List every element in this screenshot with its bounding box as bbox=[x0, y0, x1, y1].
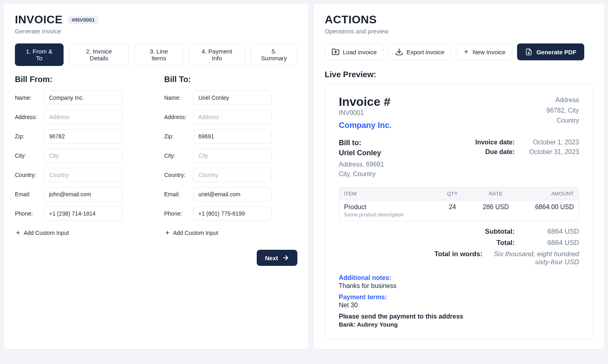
total-words-label: Total in words: bbox=[434, 250, 482, 266]
preview-billto-addr1: Address, 69691 bbox=[339, 160, 384, 169]
col-item-header: ITEM bbox=[344, 191, 431, 197]
from-email-input[interactable] bbox=[44, 187, 122, 202]
preview-items-table: ITEM QTY RATE AMOUNT Product Some produc… bbox=[339, 187, 579, 221]
arrow-right-icon bbox=[282, 254, 289, 261]
load-invoice-label: Load invoice bbox=[343, 49, 377, 56]
preview-invoice-date-label: Invoice date: bbox=[475, 139, 515, 146]
from-city-label: City: bbox=[15, 152, 40, 159]
preview-from-line1: Address bbox=[546, 95, 579, 105]
preview-from-line3: Country bbox=[546, 115, 579, 126]
tab-summary[interactable]: 5. Summary bbox=[251, 43, 297, 66]
to-email-input[interactable] bbox=[193, 187, 272, 202]
to-zip-label: Zip: bbox=[164, 133, 189, 140]
invoice-panel: INVOICE #INV0001 Generate Invoice 1. Fro… bbox=[3, 3, 309, 350]
from-add-custom-label: Add Custom Input bbox=[24, 230, 69, 236]
new-invoice-label: New Invoice bbox=[472, 49, 505, 56]
tab-line-items[interactable]: 3. Line Items bbox=[134, 43, 183, 66]
col-qty-header: QTY bbox=[431, 191, 474, 197]
export-invoice-button[interactable]: Export invoice bbox=[388, 43, 451, 60]
terms-heading: Payment terms: bbox=[339, 294, 579, 301]
preview-invoice-number: INV0001 bbox=[339, 109, 392, 117]
preview-billto-name: Uriel Conley bbox=[339, 149, 384, 157]
to-country-label: Country: bbox=[164, 172, 189, 178]
item-rate: 286 USD bbox=[474, 204, 517, 211]
to-city-label: City: bbox=[164, 152, 189, 159]
tab-from-to[interactable]: 1. From & To bbox=[15, 43, 64, 66]
item-name: Product bbox=[344, 204, 431, 211]
new-invoice-button[interactable]: + New Invoice bbox=[456, 43, 512, 60]
tab-invoice-details[interactable]: 2. Invoice Details bbox=[69, 43, 129, 66]
to-name-input[interactable] bbox=[193, 90, 272, 105]
from-country-input[interactable] bbox=[44, 168, 122, 182]
total-label: Total: bbox=[497, 239, 515, 247]
col-amount-header: AMOUNT bbox=[517, 191, 574, 197]
invoice-badge: #INV0001 bbox=[68, 16, 99, 24]
from-zip-label: Zip: bbox=[15, 133, 40, 140]
live-preview-heading: Live Preview: bbox=[325, 70, 593, 79]
from-name-input[interactable] bbox=[44, 90, 122, 105]
actions-title: ACTIONS bbox=[325, 13, 593, 26]
subtotal-label: Subtotal: bbox=[485, 228, 515, 236]
invoice-title: INVOICE bbox=[15, 13, 63, 26]
from-add-custom-button[interactable]: + Add Custom Input bbox=[15, 228, 69, 238]
col-rate-header: RATE bbox=[474, 191, 517, 197]
item-amount: 6864.00 USD bbox=[517, 204, 574, 211]
bill-to-heading: Bill To: bbox=[164, 75, 297, 84]
plus-icon: + bbox=[15, 230, 21, 236]
from-address-input[interactable] bbox=[44, 110, 122, 124]
bill-from-section: Bill From: Name: Address: Zip: City: bbox=[15, 75, 148, 238]
next-button[interactable]: Next bbox=[257, 250, 297, 266]
upload-folder-icon bbox=[332, 48, 340, 56]
payment-addr-heading: Please send the payment to this address bbox=[339, 313, 579, 320]
to-add-custom-button[interactable]: + Add Custom Input bbox=[164, 228, 218, 238]
preview-due-date-label: Due date: bbox=[485, 148, 515, 156]
total-words-value: Six thousand, eight hundred sixty-four U… bbox=[491, 250, 579, 266]
preview-billto-addr2: City, Country bbox=[339, 169, 384, 179]
download-icon bbox=[395, 48, 403, 56]
actions-subtitle: Operations and preview bbox=[325, 28, 593, 35]
from-phone-label: Phone: bbox=[15, 210, 40, 217]
from-zip-input[interactable] bbox=[44, 129, 122, 144]
step-tabs: 1. From & To 2. Invoice Details 3. Line … bbox=[15, 43, 297, 66]
preview-invoice-date: October 1, 2023 bbox=[523, 139, 579, 146]
to-phone-input[interactable] bbox=[193, 206, 272, 221]
preview-from-line2: 96782, City bbox=[546, 105, 579, 116]
from-phone-input[interactable] bbox=[44, 206, 122, 221]
preview-due-date: October 31, 2023 bbox=[523, 148, 579, 156]
preview-invoice-title: Invoice # bbox=[339, 95, 392, 109]
next-button-label: Next bbox=[265, 255, 278, 261]
invoice-subtitle: Generate Invoice bbox=[15, 28, 297, 35]
item-qty: 24 bbox=[431, 204, 474, 211]
preview-from-address: Address 96782, City Country bbox=[546, 95, 579, 126]
generate-pdf-button[interactable]: Generate PDF bbox=[517, 43, 584, 60]
notes-text: Thanks for business bbox=[339, 282, 579, 290]
from-country-label: Country: bbox=[15, 172, 40, 178]
export-invoice-label: Export invoice bbox=[406, 49, 444, 56]
total-value: 6864 USD bbox=[523, 239, 579, 247]
to-add-custom-label: Add Custom Input bbox=[173, 230, 218, 236]
from-name-label: Name: bbox=[15, 95, 40, 101]
from-city-input[interactable] bbox=[44, 148, 122, 163]
to-zip-input[interactable] bbox=[193, 129, 272, 144]
plus-icon: + bbox=[463, 49, 469, 55]
from-email-label: Email: bbox=[15, 191, 40, 197]
tab-payment-info[interactable]: 4. Payment Info bbox=[189, 43, 245, 66]
to-name-label: Name: bbox=[164, 95, 189, 101]
from-address-label: Address: bbox=[15, 114, 40, 120]
load-invoice-button[interactable]: Load invoice bbox=[325, 43, 383, 60]
to-phone-label: Phone: bbox=[164, 210, 189, 217]
generate-pdf-label: Generate PDF bbox=[536, 49, 576, 56]
preview-company: Company Inc. bbox=[339, 121, 392, 130]
notes-heading: Additional notes: bbox=[339, 274, 579, 282]
bill-from-heading: Bill From: bbox=[15, 75, 148, 84]
actions-panel: ACTIONS Operations and preview Load invo… bbox=[313, 3, 605, 350]
table-row: Product Some product description 24 286 … bbox=[339, 200, 579, 221]
file-export-icon bbox=[525, 48, 532, 56]
bill-to-section: Bill To: Name: Address: Zip: City: bbox=[164, 75, 297, 238]
to-address-input[interactable] bbox=[193, 110, 272, 124]
to-email-label: Email: bbox=[164, 191, 189, 197]
to-country-input[interactable] bbox=[193, 168, 272, 182]
to-city-input[interactable] bbox=[193, 148, 272, 163]
to-address-label: Address: bbox=[164, 114, 189, 120]
payment-addr-bank: Bank: Aubrey Young bbox=[339, 321, 579, 328]
